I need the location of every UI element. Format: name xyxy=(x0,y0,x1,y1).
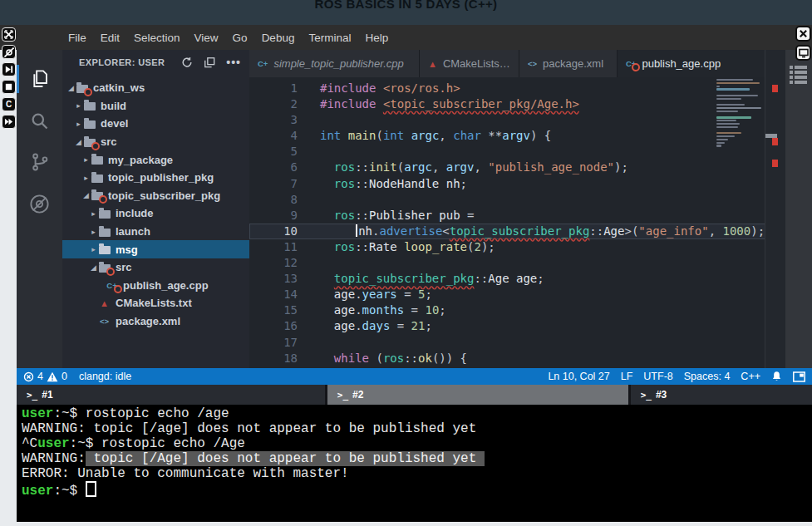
stop-button[interactable] xyxy=(2,80,16,94)
activity-search[interactable] xyxy=(17,100,62,141)
tree-item-label: topic_subscriber_pkg xyxy=(108,189,220,202)
hide-view-button[interactable] xyxy=(2,45,16,59)
code-line-17[interactable]: 17 xyxy=(249,335,785,351)
line-number: 13 xyxy=(249,271,298,287)
terminal-tab-#3[interactable]: >_#3 xyxy=(631,385,812,405)
folder-icon xyxy=(99,229,111,237)
problems-indicator[interactable]: 4 0 xyxy=(23,371,67,382)
bell-icon[interactable] xyxy=(771,371,782,382)
right-side-panel xyxy=(785,50,812,368)
folder-icon xyxy=(91,192,103,200)
code-line-8[interactable]: 8 xyxy=(249,192,785,208)
menu-item-terminal[interactable]: Terminal xyxy=(308,32,351,44)
status-eol-sequence[interactable]: LF xyxy=(621,371,633,382)
menu-item-go[interactable]: Go xyxy=(233,32,248,44)
code-line-18[interactable]: 18 while (ros::ok()) { xyxy=(249,351,785,366)
tree-item-package.xml[interactable]: <>package.xml xyxy=(62,312,249,331)
tab-label: package.xml xyxy=(543,57,603,70)
code-line-9[interactable]: 9 ros::Publisher pub = xyxy=(249,208,785,224)
line-number: 3 xyxy=(249,112,298,128)
collapse-all-button[interactable] xyxy=(204,57,215,68)
close-overlay-button[interactable] xyxy=(795,26,811,42)
code-line-15[interactable]: 15 age.months = 10; xyxy=(249,302,785,318)
line-content xyxy=(298,192,320,208)
status-cursor-position[interactable]: Ln 10, Col 27 xyxy=(548,371,609,382)
explorer-header: EXPLORER: USER ••• xyxy=(62,50,249,75)
refresh-explorer-button[interactable] xyxy=(181,57,193,68)
tree-item-include[interactable]: ▸include xyxy=(62,204,249,223)
line-content xyxy=(298,335,320,351)
cmake-file-icon: ▲ xyxy=(98,298,111,308)
tree-item-topic_publisher_pkg[interactable]: ▸topic_publisher_pkg xyxy=(62,169,249,187)
outline-list-icon[interactable] xyxy=(790,66,808,84)
refresh-button[interactable]: C xyxy=(2,97,16,111)
line-content: ros::Rate loop_rate(2); xyxy=(298,239,495,255)
language-server-status[interactable]: clangd: idle xyxy=(79,371,131,382)
folder-icon xyxy=(84,102,96,111)
tree-item-build[interactable]: ▸build xyxy=(62,97,249,116)
terminal-tab-#1[interactable]: >_#1 xyxy=(17,385,325,405)
terminal-line-5: ERROR: Unable to communicate with master… xyxy=(22,466,812,481)
tree-item-src[interactable]: ◢src xyxy=(62,258,249,277)
activity-debug-disabled[interactable] xyxy=(17,183,62,224)
code-line-5[interactable]: 5 xyxy=(249,144,785,160)
code-line-7[interactable]: 7 ros::NodeHandle nh; xyxy=(249,176,785,192)
tree-collapsed-icon: ▸ xyxy=(88,245,99,253)
folder-icon xyxy=(84,120,96,129)
editor-tab-package.xml[interactable]: <>package.xml xyxy=(519,50,618,77)
line-content: age.months = 10; xyxy=(298,302,446,318)
activity-source-control[interactable] xyxy=(17,141,62,183)
fullscreen-button[interactable] xyxy=(2,27,16,42)
activity-explorer[interactable] xyxy=(17,58,62,100)
code-line-10[interactable]: 10 nh.advertise<topic_subscriber_pkg::Ag… xyxy=(249,224,785,239)
code-line-6[interactable]: 6 ros::init(argc, argv, "publish_age_nod… xyxy=(249,160,785,175)
status-language-mode[interactable]: C++ xyxy=(741,371,760,382)
code-line-3[interactable]: 3 xyxy=(249,112,785,128)
terminal-tab-#2[interactable]: >_#2 xyxy=(327,385,628,405)
tree-item-catkin_ws[interactable]: ◢catkin_ws xyxy=(62,79,249,97)
menu-item-file[interactable]: File xyxy=(68,32,86,44)
fast-forward-button[interactable] xyxy=(2,115,16,129)
code-line-16[interactable]: 16 age.days = 21; xyxy=(249,318,785,334)
monitor-button[interactable] xyxy=(795,45,811,61)
status-encoding[interactable]: UTF-8 xyxy=(643,371,672,382)
tree-item-topic_subscriber_pkg[interactable]: ◢topic_subscriber_pkg xyxy=(62,187,249,205)
tree-item-devel[interactable]: ▸devel xyxy=(62,115,249,133)
editor-tab-CMakeLists.txt[interactable]: ▲CMakeLists.txt xyxy=(420,50,519,77)
screen-layout-icon[interactable] xyxy=(793,371,805,382)
code-line-4[interactable]: 4int main(int argc, char **argv) { xyxy=(249,128,785,144)
tree-expanded-icon: ◢ xyxy=(88,263,99,272)
modified-badge xyxy=(99,195,107,204)
line-number: 4 xyxy=(249,128,298,144)
status-indentation[interactable]: Spaces: 4 xyxy=(684,371,731,382)
menu-item-edit[interactable]: Edit xyxy=(101,32,120,44)
tree-item-my_package[interactable]: ▸my_package xyxy=(62,150,249,169)
editor-tab-publish_age.cpp[interactable]: C+publish_age.cpp× xyxy=(618,50,785,77)
code-line-14[interactable]: 14 age.years = 5; xyxy=(249,287,785,302)
step-forward-button[interactable] xyxy=(2,62,16,76)
menu-item-selection[interactable]: Selection xyxy=(134,32,180,44)
tree-item-publish_age.cpp[interactable]: C+publish_age.cpp xyxy=(62,277,249,295)
code-line-13[interactable]: 13 topic_subscriber_pkg::Age age; xyxy=(249,271,785,287)
code-editor[interactable]: 1#include <ros/ros.h>2#include <topic_su… xyxy=(249,77,785,368)
menu-item-view[interactable]: View xyxy=(194,32,219,44)
tree-item-src[interactable]: ◢src xyxy=(62,133,249,151)
tree-item-launch[interactable]: ▸launch xyxy=(62,223,249,241)
terminal-output[interactable]: user:~$ rostopic echo /ageWARNING: topic… xyxy=(17,405,812,522)
code-line-12[interactable]: 12 xyxy=(249,255,785,271)
code-line-11[interactable]: 11 ros::Rate loop_rate(2); xyxy=(249,239,785,255)
menu-item-help[interactable]: Help xyxy=(365,32,388,44)
terminal-tab-bar: >_#1>_#2>_#3 xyxy=(17,385,812,405)
code-line-2[interactable]: 2#include <topic_subscriber_pkg/Age.h> xyxy=(249,96,785,112)
tree-item-CMakeLists.txt[interactable]: ▲CMakeLists.txt xyxy=(62,294,249,312)
code-line-1[interactable]: 1#include <ros/ros.h> xyxy=(249,81,785,96)
editor-tab-simple_topic_publisher.cpp[interactable]: C+simple_topic_publisher.cpp xyxy=(249,50,420,77)
tree-item-msg[interactable]: ▸msg xyxy=(62,240,249,258)
overview-ruler[interactable] xyxy=(765,50,785,368)
menu-item-debug[interactable]: Debug xyxy=(262,32,295,44)
tree-item-label: my_package xyxy=(108,154,173,166)
terminal-tab-label: #1 xyxy=(42,389,52,401)
more-actions-icon[interactable]: ••• xyxy=(226,58,241,66)
minimap[interactable] xyxy=(715,79,768,199)
tree-item-label: src xyxy=(116,261,132,273)
